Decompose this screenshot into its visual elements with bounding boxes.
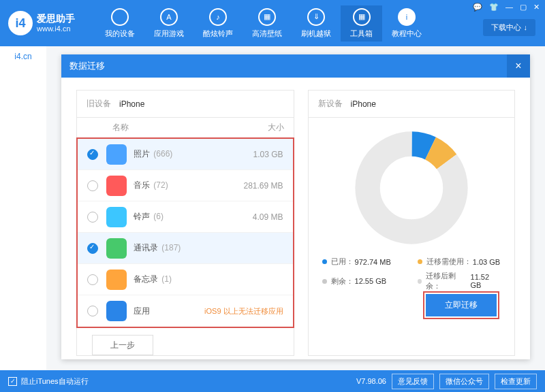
update-button[interactable]: 检查更新 [495, 374, 537, 389]
main-nav: 我的设备A应用游戏♪酷炫铃声▦高清壁纸⇓刷机越狱▦工具箱i教程中心 [95, 5, 431, 42]
block-itunes-checkbox[interactable]: ✓ [8, 377, 17, 386]
nav-icon: ▦ [353, 8, 371, 26]
chat-icon[interactable]: 💬 [473, 3, 482, 12]
nav-item-6[interactable]: i教程中心 [382, 5, 431, 42]
row-icon [106, 301, 127, 321]
legend-dot [418, 259, 422, 264]
row-size: 4.09 MB [222, 212, 283, 222]
row-checkbox[interactable] [87, 243, 98, 254]
window-controls: 💬 👕 — ▢ ✕ [473, 3, 540, 12]
shirt-icon[interactable]: 👕 [489, 3, 499, 12]
data-row[interactable]: 备忘录 (1) [78, 264, 293, 295]
row-icon [106, 270, 127, 290]
nav-icon: i [398, 8, 416, 26]
legend-item: 迁移需使用：1.03 GB [418, 257, 501, 267]
migrate-button[interactable]: 立即迁移 [426, 294, 497, 316]
nav-icon: ▦ [258, 8, 276, 26]
old-device-name: iPhone [119, 99, 144, 109]
sidebar-tab-i4cn[interactable]: i4.cn [0, 52, 46, 61]
row-note: iOS9 以上无法迁移应用 [204, 306, 283, 316]
dialog-title-bar: 数据迁移 × [61, 54, 530, 78]
row-name: 音乐 (72) [134, 180, 222, 191]
close-window-icon[interactable]: ✕ [533, 3, 540, 12]
block-itunes-label: 阻止iTunes自动运行 [21, 376, 89, 387]
new-device-name: iPhone [351, 99, 376, 109]
row-checkbox[interactable] [87, 180, 98, 191]
row-checkbox[interactable] [87, 274, 98, 285]
storage-donut-chart [354, 130, 469, 246]
old-device-panel: 旧设备 iPhone 名称 大小 照片 (666)1.03 GB音乐 (72)2… [76, 90, 294, 356]
content-area: i4.cn 数据迁移 × 旧设备 iPhone 名称 大小 照片 [0, 46, 545, 370]
legend-item: 迁移后剩余：11.52 GB [418, 271, 501, 291]
nav-label: 教程中心 [392, 29, 422, 39]
svg-point-2 [367, 144, 455, 232]
row-name: 铃声 (6) [134, 211, 222, 223]
main-canvas: 数据迁移 × 旧设备 iPhone 名称 大小 照片 (666)1.03 GB音… [46, 46, 545, 370]
version-label: V7.98.06 [356, 377, 386, 385]
status-bar: ✓ 阻止iTunes自动运行 V7.98.06 意见反馈 微信公众号 检查更新 [0, 370, 545, 392]
legend-dot [418, 279, 422, 284]
nav-icon [111, 8, 129, 26]
top-bar: i4 爱思助手 www.i4.cn 我的设备A应用游戏♪酷炫铃声▦高清壁纸⇓刷机… [0, 0, 545, 46]
chart-legend: 已用：972.74 MB迁移需使用：1.03 GB剩余：12.55 GB迁移后剩… [309, 257, 514, 291]
legend-dot [322, 279, 327, 284]
nav-label: 应用游戏 [154, 29, 184, 39]
nav-item-3[interactable]: ▦高清壁纸 [243, 5, 292, 42]
data-row[interactable]: 音乐 (72)281.69 MB [78, 170, 293, 201]
app-logo: i4 爱思助手 www.i4.cn [8, 11, 75, 35]
new-device-label: 新设备 [318, 98, 343, 110]
nav-item-5[interactable]: ▦工具箱 [341, 5, 382, 42]
nav-label: 刷机越狱 [301, 29, 331, 39]
minimize-icon[interactable]: — [505, 3, 513, 12]
nav-label: 工具箱 [350, 29, 373, 39]
data-row[interactable]: 应用 iOS9 以上无法迁移应用 [78, 295, 293, 327]
data-row[interactable]: 通讯录 (187) [78, 233, 293, 264]
nav-icon: ⇓ [307, 8, 325, 26]
left-sidebar: i4.cn [0, 46, 46, 370]
row-name: 备忘录 (1) [134, 274, 222, 285]
nav-item-0[interactable]: 我的设备 [95, 5, 144, 42]
legend-item: 已用：972.74 MB [322, 257, 405, 267]
row-name: 照片 (666) [134, 148, 222, 160]
old-device-label: 旧设备 [87, 98, 111, 110]
migrate-button-highlight: 立即迁移 [423, 291, 499, 319]
prev-button[interactable]: 上一步 [92, 335, 153, 355]
dialog-close-button[interactable]: × [507, 54, 530, 78]
column-name-header: 名称 [112, 122, 223, 133]
app-url: www.i4.cn [37, 24, 75, 33]
column-size-header: 大小 [223, 122, 284, 133]
row-icon [106, 144, 127, 165]
row-checkbox[interactable] [87, 306, 98, 316]
nav-item-4[interactable]: ⇓刷机越狱 [292, 5, 341, 42]
row-size: 1.03 GB [222, 150, 283, 159]
row-checkbox[interactable] [87, 149, 98, 160]
row-name: 通讯录 (187) [134, 242, 222, 254]
data-rows: 照片 (666)1.03 GB音乐 (72)281.69 MB铃声 (6)4.0… [76, 137, 294, 328]
row-icon [106, 176, 127, 196]
feedback-button[interactable]: 意见反馈 [392, 374, 434, 389]
nav-item-1[interactable]: A应用游戏 [144, 5, 193, 42]
wechat-button[interactable]: 微信公众号 [439, 374, 489, 389]
legend-item: 剩余：12.55 GB [322, 271, 405, 291]
row-icon [106, 238, 127, 259]
maximize-icon[interactable]: ▢ [520, 3, 527, 12]
nav-label: 我的设备 [105, 29, 135, 39]
data-row[interactable]: 照片 (666)1.03 GB [78, 139, 293, 170]
nav-icon: ♪ [209, 8, 227, 26]
nav-item-2[interactable]: ♪酷炫铃声 [193, 5, 243, 42]
row-checkbox[interactable] [87, 212, 98, 223]
migrate-dialog: 数据迁移 × 旧设备 iPhone 名称 大小 照片 (666)1.03 GB音… [61, 54, 530, 359]
logo-badge: i4 [8, 11, 33, 35]
legend-dot [322, 259, 327, 264]
app-name: 爱思助手 [37, 13, 75, 24]
download-center-button[interactable]: 下载中心 ↓ [483, 19, 535, 36]
row-icon [106, 207, 127, 227]
row-size: 281.69 MB [222, 181, 283, 191]
new-device-panel: 新设备 iPhone 已用：972.74 MB迁移需使用：1.03 GB剩余：1… [308, 90, 515, 356]
nav-label: 酷炫铃声 [203, 29, 233, 39]
nav-icon: A [160, 8, 178, 26]
data-row[interactable]: 铃声 (6)4.09 MB [78, 201, 293, 233]
row-name: 应用 [134, 306, 204, 317]
dialog-title: 数据迁移 [69, 60, 105, 72]
nav-label: 高清壁纸 [252, 29, 282, 39]
